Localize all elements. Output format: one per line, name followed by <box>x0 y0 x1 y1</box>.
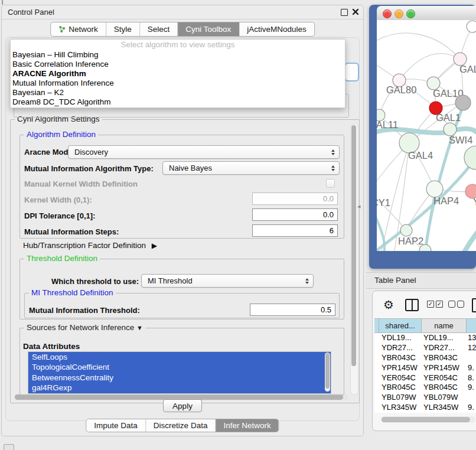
attribute-item-topologicalcoefficient[interactable]: TopologicalCoefficient <box>28 362 331 372</box>
algorithm-definition-title: Algorithm Definition <box>24 130 98 139</box>
attribute-item-selfloops[interactable]: SelfLoops <box>28 352 331 362</box>
table-cell <box>465 393 476 403</box>
gear-icon[interactable]: ⚙ <box>383 296 394 313</box>
attribute-item-gal4rgexp[interactable]: gal4RGexp <box>28 383 331 393</box>
algorithm-option-bayesian-hill-climbing[interactable]: Bayesian – Hill Climbing <box>11 50 345 60</box>
table-toolbar: ⚙ ✓ ✓ <box>373 296 476 314</box>
node-label-gcy1: GCY1 <box>377 197 390 208</box>
unselect-all-columns-icon[interactable] <box>448 301 464 308</box>
tab-jactivemnodules[interactable]: jActiveMNodules <box>239 22 314 36</box>
apply-button[interactable]: Apply <box>163 399 202 412</box>
table-row[interactable]: YBR043CYBR043C <box>374 353 476 363</box>
table-cell: 9. <box>465 403 476 413</box>
column-header-name[interactable]: name <box>422 319 467 332</box>
table-row[interactable]: YDL19...YDL19...13 <box>374 333 476 343</box>
tab-discretize-data[interactable]: Discretize Data <box>146 419 216 432</box>
table-row[interactable]: YBR045CYBR045C9. <box>374 383 476 393</box>
kernel-width-label: Kernel Width (0,1): <box>24 195 92 204</box>
row-gutter <box>374 403 379 413</box>
zoom-traffic-light-icon[interactable] <box>406 9 415 18</box>
close-traffic-light-icon[interactable] <box>383 9 392 18</box>
mi-algorithm-type-combobox[interactable]: Naive Bayes <box>162 161 340 175</box>
algorithm-option-basic-correlation-inference[interactable]: Basic Correlation Inference <box>11 60 345 69</box>
algorithm-option-mutual-information-inference[interactable]: Mutual Information Inference <box>11 79 345 88</box>
dpi-tolerance-field[interactable]: 0.0 <box>252 208 338 221</box>
table-cell: YPR145W <box>420 363 465 373</box>
aracne-mode-value: Discovery <box>74 148 108 156</box>
aracne-mode-combobox[interactable]: Discovery <box>68 145 340 159</box>
float-window-icon[interactable] <box>341 9 348 16</box>
checked-box-icon: ✓ <box>436 301 443 308</box>
node-label-gal4: GAL4 <box>408 150 433 161</box>
column-header-shared[interactable]: shared... <box>379 319 422 332</box>
table-cell: 12 <box>465 343 476 353</box>
panel-splitter-handle[interactable]: ◀ <box>357 204 360 209</box>
focused-combo-fragment[interactable] <box>344 63 359 81</box>
stepper-icon <box>305 278 309 284</box>
tab-label: Select <box>148 22 170 36</box>
table-panel-header[interactable]: Table Panel <box>366 272 476 289</box>
minimize-traffic-light-icon[interactable] <box>395 9 403 18</box>
network-node[interactable] <box>467 21 476 32</box>
attribute-item-betweennesscentrality[interactable]: BetweennessCentrality <box>28 373 331 383</box>
network-node[interactable] <box>464 146 476 169</box>
toolbar-notch <box>2 0 3 5</box>
tab-network[interactable]: Network <box>51 22 106 36</box>
table-horizontal-scrollbar[interactable] <box>381 416 475 423</box>
export-table-icon[interactable] <box>472 298 476 312</box>
column-header-gutter[interactable] <box>374 319 379 332</box>
table-cell: YBL079W <box>420 393 465 403</box>
data-attributes-label: Data Attributes <box>23 342 80 351</box>
checked-box-icon: ✓ <box>427 301 434 308</box>
tab-impute-data[interactable]: Impute Data <box>86 419 146 432</box>
tab-style[interactable]: Style <box>106 22 140 36</box>
control-panel-titlebar[interactable]: Control Panel <box>2 5 363 19</box>
columns-icon[interactable] <box>405 299 419 311</box>
table-cell: 9. <box>465 383 476 393</box>
table-row[interactable]: YDR27...YDR27...12 <box>374 343 476 353</box>
data-attributes-list[interactable]: SelfLoopsTopologicalCoefficientBetweenne… <box>28 351 331 394</box>
tab-select[interactable]: Select <box>140 22 178 36</box>
settings-vertical-scrollbar[interactable] <box>350 123 358 395</box>
tab-cyni-toolbox[interactable]: Cyni Toolbox <box>178 22 239 36</box>
network-node-hap2[interactable] <box>400 224 412 236</box>
mi-steps-field[interactable]: 6 <box>252 224 338 237</box>
algorithm-option-dream8-dc-tdc-algorithm[interactable]: Dream8 DC_TDC Algorithm <box>11 97 345 107</box>
table-cell: YBL079W <box>379 393 420 403</box>
network-window-titlebar[interactable] <box>377 6 476 21</box>
network-node-hap4[interactable] <box>426 181 443 197</box>
select-all-columns-icon[interactable]: ✓ ✓ <box>427 301 443 308</box>
network-view-window[interactable]: GAL7GAL80GAL10GAL1GAL11SWI4GAL4GCY1HAP4Y… <box>369 5 476 269</box>
mi-threshold-title: MI Threshold Definition <box>29 288 116 297</box>
attributes-list-scrollbar[interactable] <box>325 353 330 392</box>
network-node-swi4[interactable] <box>444 123 457 136</box>
mi-threshold-field[interactable]: 0.5 <box>250 304 335 316</box>
node-table[interactable]: shared...nameA YDL19...YDL19...13YDR27..… <box>374 318 476 413</box>
algorithm-option-aracne-algorithm[interactable]: ARACNE Algorithm <box>11 69 345 79</box>
network-node[interactable] <box>455 95 471 110</box>
hub-factor-section[interactable]: Hub/Transcription Factor Definition ▶ <box>23 241 157 250</box>
kernel-width-field[interactable]: 0.0 <box>252 193 338 205</box>
row-gutter <box>374 373 379 383</box>
stepper-icon <box>331 149 335 155</box>
table-row[interactable]: YPR145WYPR145W9. <box>374 363 476 373</box>
row-gutter <box>374 363 379 373</box>
row-gutter <box>374 353 379 363</box>
column-header-a[interactable]: A <box>467 319 476 332</box>
which-threshold-combobox[interactable]: MI Threshold <box>141 274 314 288</box>
desktop: Control Panel NetworkStyleSelectCyni Too… <box>0 0 476 450</box>
tab-infer-network[interactable]: Infer Network <box>216 419 278 432</box>
collapse-down-icon[interactable]: ▼ <box>136 324 143 331</box>
expand-right-icon[interactable]: ▶ <box>152 242 157 250</box>
algorithm-option-bayesian-k2[interactable]: Bayesian – K2 <box>11 88 345 97</box>
manual-kernel-width-checkbox[interactable] <box>326 179 335 188</box>
table-row[interactable]: YLR345WYLR345W9. <box>374 403 476 413</box>
row-gutter <box>374 393 379 403</box>
close-window-icon[interactable] <box>352 8 359 15</box>
network-canvas[interactable]: GAL7GAL80GAL10GAL1GAL11SWI4GAL4GCY1HAP4Y… <box>377 20 476 251</box>
minimized-panel-icon[interactable] <box>4 444 14 450</box>
table-cell: YDR27... <box>420 343 465 353</box>
table-row[interactable]: YBL079WYBL079W <box>374 393 476 403</box>
algorithm-dropdown-placeholder: Select algorithm to view settings <box>11 40 345 50</box>
table-row[interactable]: YER054CYER054C8. <box>374 373 476 383</box>
